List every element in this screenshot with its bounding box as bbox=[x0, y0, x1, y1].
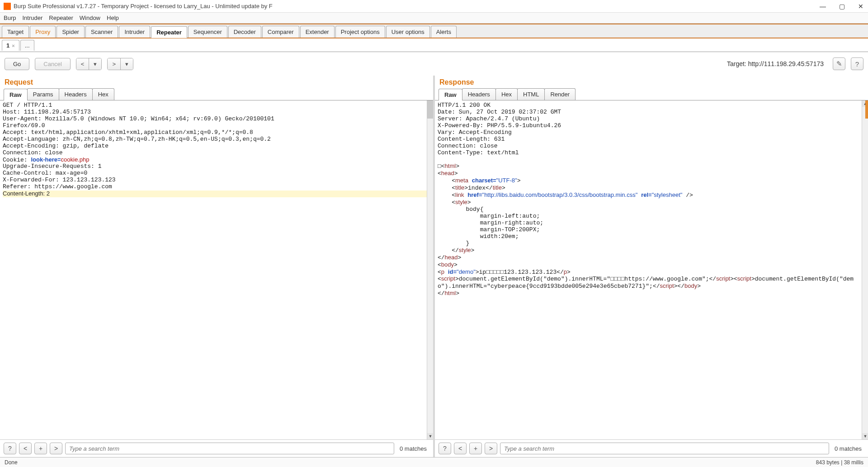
tab-user-options[interactable]: User options bbox=[386, 26, 430, 38]
repeater-tab-1-label: 1 bbox=[6, 42, 9, 49]
search-next-button[interactable]: > bbox=[485, 443, 497, 454]
response-viewer[interactable]: HTTP/1.1 200 OK Date: Sun, 27 Oct 2019 0… bbox=[435, 100, 868, 439]
tab-decoder[interactable]: Decoder bbox=[228, 26, 261, 38]
search-options-button[interactable]: ? bbox=[4, 443, 16, 454]
main-tabs-wrap: Target Proxy Spider Scanner Intruder Rep… bbox=[0, 24, 868, 38]
tab-repeater[interactable]: Repeater bbox=[151, 26, 187, 38]
request-tab-headers[interactable]: Headers bbox=[59, 88, 93, 100]
panes: Request Raw Params Headers Hex GET / HTT… bbox=[0, 76, 868, 457]
title-bar: Burp Suite Professional v1.7.27 - Tempor… bbox=[0, 0, 868, 13]
search-prev-button[interactable]: < bbox=[19, 443, 32, 454]
tab-sequencer[interactable]: Sequencer bbox=[188, 26, 227, 38]
request-editor[interactable]: GET / HTTP/1.1 Host: 111.198.29.45:57173… bbox=[0, 100, 433, 439]
menu-intruder[interactable]: Intruder bbox=[22, 14, 42, 21]
menu-bar: Burp Intruder Repeater Window Help bbox=[0, 13, 868, 24]
request-pane: Request Raw Params Headers Hex GET / HTT… bbox=[0, 76, 433, 457]
main-tabs: Target Proxy Spider Scanner Intruder Rep… bbox=[2, 26, 866, 38]
cancel-button[interactable]: Cancel bbox=[35, 58, 70, 70]
history-back-dropdown[interactable]: ▾ bbox=[89, 58, 101, 70]
scroll-indicator bbox=[865, 100, 868, 119]
repeater-tab-new-label: ... bbox=[25, 42, 30, 49]
response-pane: Response Raw Headers Hex HTML Render HTT… bbox=[433, 76, 868, 457]
menu-help[interactable]: Help bbox=[107, 14, 119, 21]
response-tab-hex[interactable]: Hex bbox=[495, 88, 518, 100]
search-add-button[interactable]: + bbox=[469, 443, 482, 454]
response-tab-headers[interactable]: Headers bbox=[462, 88, 496, 100]
response-matches: 0 matches bbox=[832, 445, 864, 452]
scrollbar[interactable]: ▲ ▼ bbox=[427, 100, 433, 439]
scroll-down-icon[interactable]: ▼ bbox=[427, 433, 433, 439]
request-title: Request bbox=[0, 76, 433, 88]
tab-project-options[interactable]: Project options bbox=[335, 26, 385, 38]
close-icon[interactable]: ✕ bbox=[857, 3, 864, 10]
repeater-tab-1[interactable]: 1 × bbox=[2, 40, 19, 51]
tab-alerts[interactable]: Alerts bbox=[431, 26, 457, 38]
response-tab-html[interactable]: HTML bbox=[517, 88, 545, 100]
help-button[interactable]: ? bbox=[851, 57, 863, 70]
request-tab-params[interactable]: Params bbox=[27, 88, 59, 100]
search-options-button[interactable]: ? bbox=[439, 443, 451, 454]
window-buttons: — ▢ ✕ bbox=[819, 3, 864, 10]
edit-target-button[interactable]: ✎ bbox=[833, 57, 845, 70]
window-title: Burp Suite Professional v1.7.27 - Tempor… bbox=[14, 3, 819, 10]
request-matches: 0 matches bbox=[397, 445, 429, 452]
tab-extender[interactable]: Extender bbox=[300, 26, 335, 38]
menu-window[interactable]: Window bbox=[80, 14, 100, 21]
tab-scanner[interactable]: Scanner bbox=[85, 26, 118, 38]
response-tab-render[interactable]: Render bbox=[544, 88, 576, 100]
history-forward-button[interactable]: > bbox=[108, 58, 121, 70]
tab-proxy[interactable]: Proxy bbox=[30, 26, 56, 38]
go-button[interactable]: Go bbox=[5, 58, 29, 70]
history-forward-group: > ▾ bbox=[107, 58, 133, 70]
response-tabs: Raw Headers Hex HTML Render bbox=[435, 88, 868, 100]
scroll-down-icon[interactable]: ▼ bbox=[862, 433, 868, 439]
response-search-row: ? < + > 0 matches bbox=[435, 439, 868, 457]
tab-target[interactable]: Target bbox=[2, 26, 29, 38]
request-search-row: ? < + > 0 matches bbox=[0, 439, 433, 457]
scrollbar[interactable]: ▲ ▼ bbox=[862, 100, 868, 439]
search-prev-button[interactable]: < bbox=[454, 443, 467, 454]
menu-repeater[interactable]: Repeater bbox=[49, 14, 73, 21]
history-back-button[interactable]: < bbox=[76, 58, 90, 70]
status-left: Done bbox=[5, 459, 18, 466]
tab-spider[interactable]: Spider bbox=[57, 26, 85, 38]
maximize-icon[interactable]: ▢ bbox=[838, 3, 845, 10]
search-next-button[interactable]: > bbox=[50, 443, 62, 454]
repeater-tab-new[interactable]: ... bbox=[20, 40, 34, 51]
response-title: Response bbox=[435, 76, 868, 88]
response-search-input[interactable] bbox=[500, 443, 829, 454]
request-tabs: Raw Params Headers Hex bbox=[0, 88, 433, 100]
menu-burp[interactable]: Burp bbox=[4, 14, 16, 21]
repeater-sub-tabs-wrap: 1 × ... bbox=[0, 38, 868, 52]
history-forward-dropdown[interactable]: ▾ bbox=[121, 58, 133, 70]
search-add-button[interactable]: + bbox=[34, 443, 47, 454]
request-tab-raw[interactable]: Raw bbox=[4, 89, 28, 100]
app-icon bbox=[4, 3, 11, 10]
tab-intruder[interactable]: Intruder bbox=[119, 26, 150, 38]
close-icon[interactable]: × bbox=[12, 43, 14, 48]
response-tab-raw[interactable]: Raw bbox=[439, 89, 462, 100]
request-search-input[interactable] bbox=[65, 443, 394, 454]
tab-comparer[interactable]: Comparer bbox=[262, 26, 299, 38]
history-back-group: < ▾ bbox=[76, 58, 102, 70]
action-row: Go Cancel < ▾ > ▾ Target: http://111.198… bbox=[0, 52, 868, 76]
status-right: 843 bytes | 38 millis bbox=[816, 459, 863, 466]
status-bar: Done 843 bytes | 38 millis bbox=[0, 457, 868, 467]
request-tab-hex[interactable]: Hex bbox=[92, 88, 114, 100]
target-label: Target: http://111.198.29.45:57173 bbox=[727, 60, 824, 67]
minimize-icon[interactable]: — bbox=[819, 3, 826, 10]
